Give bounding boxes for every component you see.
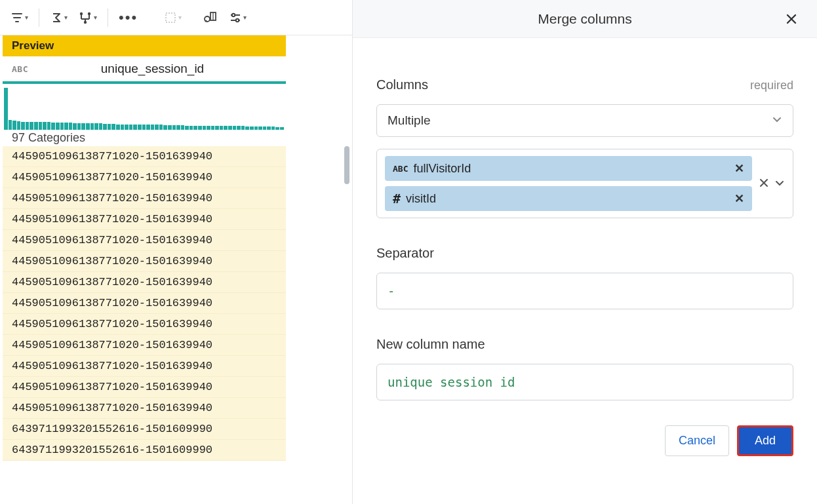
add-button[interactable]: Add <box>737 425 793 456</box>
histogram-bar <box>207 126 210 130</box>
histogram-bar <box>159 125 163 130</box>
histogram-bar <box>176 125 180 130</box>
scrollbar[interactable] <box>344 146 349 500</box>
table-row[interactable]: 4459051096138771020-1501639940 <box>3 398 286 419</box>
column-chip[interactable]: ABCfullVisitorId✕ <box>385 156 752 181</box>
columns-select[interactable]: Multiple <box>376 104 793 137</box>
histogram-bar <box>99 123 103 130</box>
histogram-bar <box>30 122 33 130</box>
table-row[interactable]: 4459051096138771020-1501639940 <box>3 209 286 230</box>
text-type-icon: ABC <box>393 164 408 174</box>
settings-button[interactable]: ▾ <box>225 6 250 29</box>
svg-point-1 <box>88 12 90 14</box>
histogram-bar <box>111 124 115 130</box>
toolbar-divider <box>108 9 108 27</box>
panel-title: Merge columns <box>353 11 817 27</box>
histogram-bar <box>43 122 47 130</box>
remove-chip-button[interactable]: ✕ <box>734 191 744 206</box>
table-row[interactable]: 6439711993201552616-1501609990 <box>3 419 286 440</box>
histogram-bar <box>228 126 232 130</box>
svg-point-9 <box>232 13 235 16</box>
histogram-bar <box>224 126 228 130</box>
histogram-bar <box>51 123 55 130</box>
table-row[interactable]: 4459051096138771020-1501639940 <box>3 335 286 356</box>
separator-field-label: Separator <box>376 246 793 261</box>
svg-point-0 <box>80 12 83 14</box>
histogram-bar <box>103 124 107 130</box>
histogram-bar <box>198 126 202 130</box>
histogram-bar <box>108 124 111 130</box>
selection-button[interactable]: ▾ <box>160 6 186 29</box>
join-button[interactable]: ▾ <box>74 6 101 29</box>
table-row[interactable]: 4459051096138771020-1501639940 <box>3 377 286 398</box>
histogram-bar <box>56 123 60 130</box>
histogram-bar <box>185 126 189 130</box>
selection-icon <box>164 11 177 24</box>
histogram-bar <box>12 121 16 130</box>
table-row[interactable]: 6439711993201552616-1501609990 <box>3 440 286 461</box>
svg-rect-3 <box>166 13 175 22</box>
table-row[interactable]: 4459051096138771020-1501639940 <box>3 272 286 293</box>
sigma-icon <box>50 11 63 24</box>
column-header[interactable]: ABC unique_session_id <box>3 56 286 84</box>
categories-count: 97 Categories <box>0 130 352 146</box>
histogram-bar <box>267 126 271 130</box>
table-row[interactable]: 4459051096138771020-1501639940 <box>3 230 286 251</box>
form-actions: Cancel Add <box>353 414 817 468</box>
histogram-bar <box>237 126 241 130</box>
histogram-bar <box>203 126 207 130</box>
histogram-bar <box>4 88 8 130</box>
histogram-bar <box>138 125 142 130</box>
histogram-bar <box>168 125 172 130</box>
table-row[interactable]: 4459051096138771020-1501639940 <box>3 356 286 377</box>
histogram-bar <box>155 125 159 130</box>
column-chip[interactable]: #visitId✕ <box>385 186 752 211</box>
histogram-bar <box>77 123 81 130</box>
columns-field-label: Columns <box>376 77 428 92</box>
join-icon <box>78 11 92 24</box>
histogram-bar <box>9 120 12 130</box>
chevron-down-icon <box>772 113 782 128</box>
columns-select-value: Multiple <box>388 113 430 128</box>
expand-chips-button[interactable] <box>774 178 785 190</box>
histogram-bar <box>181 125 185 130</box>
filter-button[interactable]: ▾ <box>7 6 32 29</box>
preview-header: Preview <box>3 35 286 56</box>
column-search-button[interactable] <box>199 6 222 29</box>
columns-chip-box[interactable]: ABCfullVisitorId✕#visitId✕ <box>376 149 793 218</box>
chevron-down-icon <box>774 178 785 188</box>
chevron-down-icon: ▾ <box>243 14 247 21</box>
table-row[interactable]: 4459051096138771020-1501639940 <box>3 293 286 314</box>
histogram-bar <box>21 122 25 130</box>
cancel-button[interactable]: Cancel <box>665 425 729 456</box>
search-column-icon <box>203 11 218 24</box>
histogram-bar <box>90 123 94 130</box>
table-row[interactable]: 4459051096138771020-1501639940 <box>3 314 286 335</box>
table-row[interactable]: 4459051096138771020-1501639940 <box>3 188 286 209</box>
histogram-bar <box>34 122 38 130</box>
close-button[interactable] <box>782 9 801 29</box>
histogram-bar <box>81 123 85 130</box>
panel-header: Merge columns <box>353 0 817 38</box>
more-button[interactable]: ••• <box>115 6 142 29</box>
histogram-bar <box>193 126 197 130</box>
histogram-bar <box>94 123 98 130</box>
histogram-bar <box>211 126 215 130</box>
histogram-bar <box>215 126 219 130</box>
chip-label: fullVisitorId <box>413 162 729 176</box>
remove-chip-button[interactable]: ✕ <box>734 161 744 176</box>
table-row[interactable]: 4459051096138771020-1501639940 <box>3 251 286 272</box>
table-row[interactable]: 4459051096138771020-1501639940 <box>3 167 286 188</box>
scrollbar-thumb[interactable] <box>344 146 349 184</box>
histogram-bar <box>142 125 146 130</box>
histogram-bar <box>39 122 43 130</box>
new-column-name-input[interactable] <box>376 364 793 400</box>
separator-input[interactable] <box>376 273 793 309</box>
table-row[interactable]: 4459051096138771020-1501639940 <box>3 146 286 167</box>
clear-all-chips-button[interactable] <box>759 176 769 191</box>
filter-icon <box>10 11 24 24</box>
merge-columns-panel: Merge columns Columns required Multiple … <box>353 0 817 504</box>
aggregate-button[interactable]: ▾ <box>46 6 71 29</box>
histogram-bar <box>250 126 254 130</box>
required-label: required <box>750 79 793 92</box>
